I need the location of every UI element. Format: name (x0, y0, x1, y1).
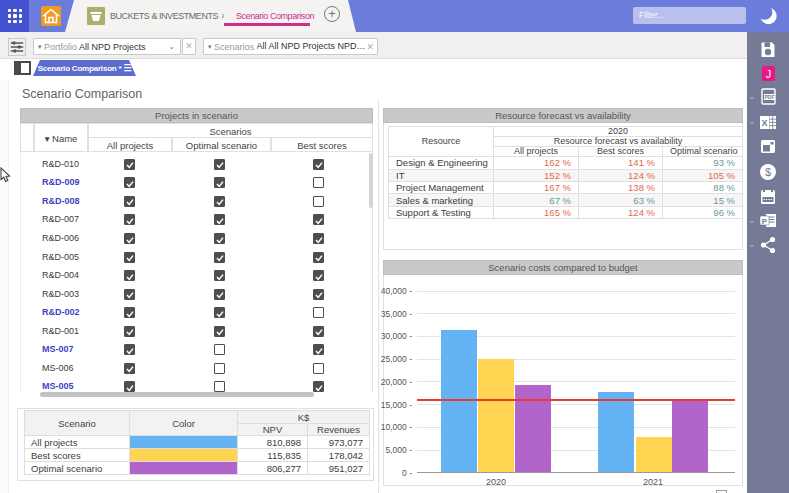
svg-text:PDF: PDF (765, 94, 775, 100)
svg-text:P: P (762, 216, 768, 225)
svg-text:$: $ (765, 166, 771, 178)
svg-text:J: J (766, 68, 772, 80)
svg-text:X: X (761, 118, 767, 128)
